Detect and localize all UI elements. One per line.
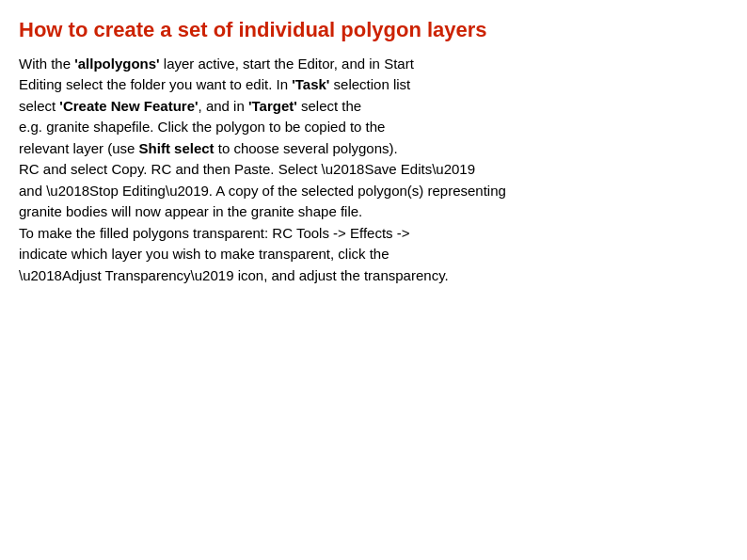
bold-shift-select: Shift select — [139, 140, 215, 156]
bold-target: 'Target' — [248, 98, 297, 114]
bold-create-new-feature: 'Create New Feature' — [59, 98, 198, 114]
bold-task: 'Task' — [292, 76, 329, 92]
body-paragraph: With the 'allpolygons' layer active, sta… — [19, 54, 728, 287]
page-body: With the 'allpolygons' layer active, sta… — [19, 54, 728, 287]
page-title: How to create a set of individual polygo… — [19, 17, 728, 44]
bold-allpolygons: 'allpolygons' — [74, 56, 159, 72]
page-container: How to create a set of individual polygo… — [0, 0, 747, 560]
